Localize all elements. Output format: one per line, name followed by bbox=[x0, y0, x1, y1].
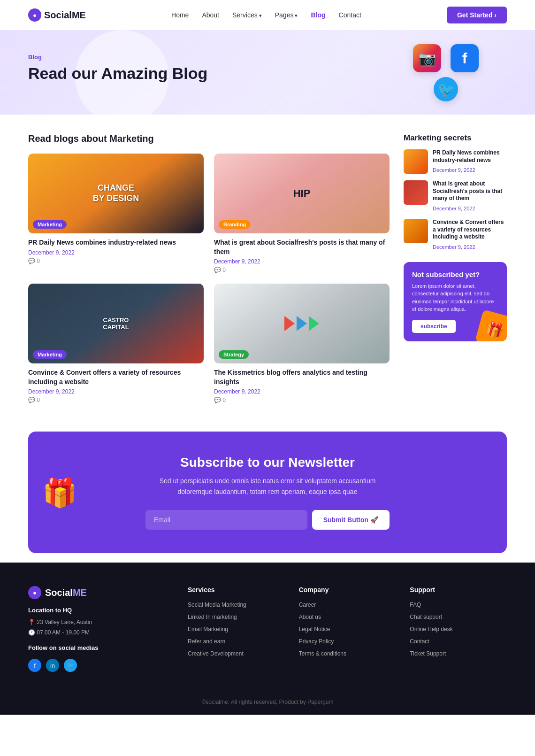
newsletter-section: 🎁 Subscribe to our Newsletter Sed ut per… bbox=[28, 432, 507, 553]
main-content: Read blogs about Marketing CHANGEBY DESI… bbox=[0, 115, 535, 422]
blog-card-3[interactable]: CASTROCAPITAL Marketing Convince & Conve… bbox=[28, 284, 204, 403]
footer-link-contact[interactable]: Contact bbox=[410, 638, 429, 645]
footer-link-linkedin[interactable]: Linked In marketing bbox=[188, 614, 237, 620]
blog-card-1[interactable]: CHANGEBY DESIGN Marketing PR Daily News … bbox=[28, 154, 204, 273]
blog-card-4-date: December 9, 2022 bbox=[214, 388, 390, 395]
sidebar-item-3-title: Convince & Convert offers a variety of r… bbox=[433, 219, 507, 241]
blog-card-2-title: What is great about Socialfresh's posts … bbox=[214, 238, 390, 256]
blog-card-4[interactable]: Strategy The Kissmetrics blog offers ana… bbox=[214, 284, 390, 403]
blog-card-4-image: Strategy bbox=[214, 284, 390, 363]
footer-support-title: Support bbox=[410, 586, 507, 594]
footer-services-title: Services bbox=[188, 586, 285, 594]
footer-logo-icon: ● bbox=[28, 586, 41, 599]
logo-text: SocialME bbox=[44, 10, 86, 21]
nav-blog[interactable]: Blog bbox=[311, 11, 326, 19]
blog-card-3-comments: 💬 0 bbox=[28, 397, 204, 403]
newsletter-form: Submit Button 🚀 bbox=[145, 510, 390, 530]
footer-logo: ● SocialME bbox=[28, 586, 174, 599]
hero-title: Read our Amazing Blog bbox=[28, 64, 507, 83]
footer-link-privacy[interactable]: Privacy Policy bbox=[299, 638, 334, 645]
footer-link-creative[interactable]: Creative Development bbox=[188, 650, 244, 657]
footer-hq-title: Location to HQ bbox=[28, 607, 174, 614]
footer-company-list: Career About us Legal Notice Privacy Pol… bbox=[299, 600, 396, 657]
sidebar-item-3-date: December 9, 2022 bbox=[433, 244, 475, 250]
sidebar-items: PR Daily News combines industry-related … bbox=[404, 149, 507, 251]
subscribe-box-title: Not subscribed yet? bbox=[412, 270, 498, 278]
sidebar-item-2-date: December 9, 2022 bbox=[433, 206, 475, 211]
blog-section-title: Read blogs about Marketing bbox=[28, 133, 390, 144]
newsletter-email-input[interactable] bbox=[145, 510, 307, 530]
blog-card-1-comments: 💬 0 bbox=[28, 258, 204, 264]
sidebar-item-2[interactable]: What is great about Socialfresh's posts … bbox=[404, 180, 507, 212]
newsletter-submit-button[interactable]: Submit Button 🚀 bbox=[312, 510, 390, 530]
footer-support-col: Support FAQ Chat support Online Help des… bbox=[410, 586, 507, 672]
nav-pages[interactable]: Pages bbox=[275, 11, 298, 19]
sidebar-item-2-title: What is great about Socialfresh's posts … bbox=[433, 180, 507, 202]
footer-link-ticket[interactable]: Ticket Support bbox=[410, 650, 446, 657]
nav-home[interactable]: Home bbox=[171, 11, 189, 19]
sidebar-item-1-date: December 9, 2022 bbox=[433, 167, 475, 173]
nav-services[interactable]: Services bbox=[232, 11, 262, 19]
blog-card-4-title: The Kissmetrics blog offers analytics an… bbox=[214, 368, 390, 386]
subscribe-box: Not subscribed yet? Lorem ipsum dolor si… bbox=[404, 262, 507, 341]
nav-about[interactable]: About bbox=[202, 11, 219, 19]
blog-card-4-comments: 💬 0 bbox=[214, 397, 390, 403]
hero-label: Blog bbox=[28, 54, 507, 61]
footer-social: f in 🐦 bbox=[28, 659, 174, 672]
footer-link-chat[interactable]: Chat support bbox=[410, 614, 442, 620]
sidebar-thumb-3 bbox=[404, 219, 428, 243]
sidebar-item-1[interactable]: PR Daily News combines industry-related … bbox=[404, 149, 507, 174]
newsletter-gift-icon: 🎁 bbox=[42, 476, 77, 509]
gift-icon: 🎁 bbox=[475, 309, 507, 341]
nav-contact[interactable]: Contact bbox=[339, 11, 361, 19]
blog-card-2-image: HIP Branding bbox=[214, 154, 390, 233]
footer-support-list: FAQ Chat support Online Help desk Contac… bbox=[410, 600, 507, 657]
blog-card-1-image: CHANGEBY DESIGN Marketing bbox=[28, 154, 204, 233]
blog-card-1-title: PR Daily News combines industry-related … bbox=[28, 238, 204, 247]
footer-link-refer[interactable]: Refer and earn bbox=[188, 638, 225, 645]
hero-section: Blog Read our Amazing Blog 📷 f 🐦 bbox=[0, 30, 535, 115]
sidebar: Marketing secrets PR Daily News combines… bbox=[404, 133, 507, 403]
nav-links: Home About Services Pages Blog Contact bbox=[171, 11, 361, 19]
blog-grid: CHANGEBY DESIGN Marketing PR Daily News … bbox=[28, 154, 390, 403]
sidebar-item-1-title: PR Daily News combines industry-related … bbox=[433, 149, 507, 164]
sidebar-item-3[interactable]: Convince & Convert offers a variety of r… bbox=[404, 219, 507, 251]
footer-services-list: Social Media Marketing Linked In marketi… bbox=[188, 600, 285, 657]
footer-hq: Location to HQ 📍 23 Valley Lane, Austin … bbox=[28, 607, 174, 638]
subscribe-button[interactable]: subscribe bbox=[412, 320, 456, 333]
blog-card-3-image: CASTROCAPITAL Marketing bbox=[28, 284, 204, 363]
footer-bottom: ©socialme, All rights reserved, Product … bbox=[28, 691, 507, 705]
footer-link-helpdesk[interactable]: Online Help desk bbox=[410, 626, 452, 633]
footer-twitter-icon[interactable]: 🐦 bbox=[64, 659, 77, 672]
blog-tag-1: Marketing bbox=[33, 220, 67, 229]
blog-tag-4: Strategy bbox=[219, 350, 249, 359]
logo[interactable]: ● SocialME bbox=[28, 8, 86, 22]
sidebar-thumb-1 bbox=[404, 149, 428, 174]
footer-link-terms[interactable]: Terms & conditions bbox=[299, 650, 346, 657]
footer-link-career[interactable]: Career bbox=[299, 602, 316, 608]
blog-card-3-title: Convince & Convert offers a variety of r… bbox=[28, 368, 204, 386]
footer-link-about[interactable]: About us bbox=[299, 614, 321, 620]
get-started-button[interactable]: Get Started › bbox=[447, 7, 507, 23]
footer-link-social-media[interactable]: Social Media Marketing bbox=[188, 602, 246, 608]
footer-facebook-icon[interactable]: f bbox=[28, 659, 41, 672]
blog-card-1-date: December 9, 2022 bbox=[28, 249, 204, 256]
footer-services-col: Services Social Media Marketing Linked I… bbox=[188, 586, 285, 672]
footer-logo-text: SocialME bbox=[45, 587, 87, 598]
blog-section: Read blogs about Marketing CHANGEBY DESI… bbox=[28, 133, 390, 403]
newsletter-subtitle: Sed ut perspiciatis unde omnis iste natu… bbox=[150, 476, 385, 497]
footer-linkedin-icon[interactable]: in bbox=[46, 659, 59, 672]
footer: ● SocialME Location to HQ 📍 23 Valley La… bbox=[0, 563, 535, 715]
blog-card-2-comments: 💬 0 bbox=[214, 267, 390, 273]
footer-link-email-marketing[interactable]: Email Marketing bbox=[188, 626, 228, 633]
sidebar-title: Marketing secrets bbox=[404, 133, 507, 143]
footer-link-faq[interactable]: FAQ bbox=[410, 602, 421, 608]
footer-address: 23 Valley Lane, Austin bbox=[37, 619, 92, 625]
subscribe-box-body: Lorem ipsum dolor sit amet, consectetur … bbox=[412, 282, 498, 313]
blog-card-2[interactable]: HIP Branding What is great about Socialf… bbox=[214, 154, 390, 273]
footer-hours: 07.00 AM - 19.00 PM bbox=[37, 629, 90, 636]
blog-tag-3: Marketing bbox=[33, 350, 67, 359]
footer-grid: ● SocialME Location to HQ 📍 23 Valley La… bbox=[28, 586, 507, 672]
footer-company-col: Company Career About us Legal Notice Pri… bbox=[299, 586, 396, 672]
footer-link-legal[interactable]: Legal Notice bbox=[299, 626, 330, 633]
